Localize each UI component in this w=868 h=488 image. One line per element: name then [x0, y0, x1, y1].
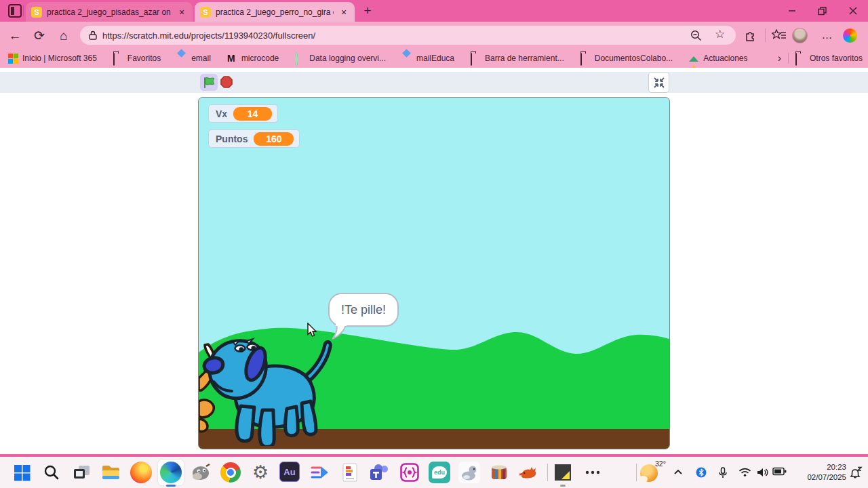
exit-fullscreen-button[interactable]: [649, 73, 669, 92]
monitor-value: 14: [233, 107, 272, 121]
tab-title: practica 2_juego_pisadas_azar on: [47, 7, 172, 17]
dark-yellow-corner-app-icon[interactable]: [552, 462, 574, 483]
adobe-audition-icon[interactable]: Au: [279, 462, 300, 482]
hedgehog-app-icon[interactable]: [518, 462, 540, 483]
monitor-label: Vx: [216, 108, 227, 119]
refresh-icon[interactable]: ⟳: [30, 27, 49, 45]
teams-icon[interactable]: [369, 462, 391, 483]
copilot-icon[interactable]: [843, 28, 857, 43]
microphone-icon[interactable]: [717, 467, 728, 479]
clock-time: 20:23: [807, 462, 846, 472]
search-icon[interactable]: [41, 462, 62, 483]
notification-bell-icon[interactable]: [850, 466, 863, 479]
edge-running-indicator: [166, 485, 176, 487]
battery-icon[interactable]: [772, 467, 787, 476]
divider: [547, 464, 548, 481]
document-app-icon[interactable]: [339, 462, 361, 483]
divider: [788, 53, 789, 64]
volume-icon[interactable]: [757, 467, 769, 478]
taskbar-clock[interactable]: 20:23 02/07/2025: [807, 462, 846, 483]
divider: [765, 28, 766, 42]
file-explorer-icon[interactable]: [100, 462, 122, 483]
screen: S practica 2_juego_pisadas_azar on × S p…: [0, 0, 868, 488]
lock-icon: [89, 30, 97, 40]
tab-title: practica 2_juego_perro_no_gira o: [216, 7, 334, 17]
bookmark-item[interactable]: Inicio | Microsoft 365: [8, 54, 97, 64]
bluetooth-icon[interactable]: [696, 467, 707, 478]
bookmark-item[interactable]: Data logging overvi...: [295, 54, 386, 64]
url-text: https://scratch.mit.edu/projects/1193940…: [102, 30, 315, 41]
tray-chevron-up-icon[interactable]: [673, 467, 684, 478]
bookmark-item[interactable]: Barra de herramient...: [471, 54, 564, 64]
speech-text: !Te pille!: [341, 303, 386, 317]
monitor-label: Puntos: [216, 134, 248, 144]
green-flag-button[interactable]: [200, 74, 218, 91]
favorite-star-icon[interactable]: ☆: [715, 27, 725, 41]
scratch-player-header: [0, 72, 868, 93]
browser-titlebar: S practica 2_juego_pisadas_azar on × S p…: [0, 0, 868, 22]
video-editor-icon[interactable]: [309, 462, 331, 483]
bookmark-item[interactable]: DocumentosColabo...: [580, 54, 673, 64]
back-icon[interactable]: ←: [5, 27, 24, 45]
favorites-list-icon[interactable]: [772, 29, 787, 41]
tab-inactive[interactable]: S practica 2_juego_pisadas_azar on ×: [26, 2, 193, 22]
divider: [636, 464, 637, 481]
seal-app-icon[interactable]: [458, 462, 480, 483]
bookmark-item[interactable]: Favoritos: [113, 54, 161, 64]
educamadrid-icon[interactable]: edu: [429, 462, 450, 483]
bookmarks-overflow-chevron-icon[interactable]: ›: [778, 52, 781, 64]
folder-icon: [795, 53, 797, 66]
bookmarks-bar: Inicio | Microsoft 365 Favoritos email M…: [0, 49, 868, 68]
speech-bubble-tail: [332, 324, 350, 340]
stop-octagon-icon: [220, 76, 233, 88]
clock-date: 02/07/2025: [807, 472, 846, 483]
restore-button[interactable]: [807, 0, 837, 22]
profile-avatar[interactable]: [792, 28, 808, 43]
settings-more-icon[interactable]: …: [819, 27, 835, 45]
task-view-icon[interactable]: [71, 462, 92, 483]
close-tab-icon[interactable]: ×: [338, 7, 349, 18]
chrome-icon[interactable]: [220, 462, 241, 483]
drum-app-icon[interactable]: [488, 462, 510, 483]
edu-bubble: edu: [432, 466, 447, 479]
home-icon[interactable]: ⌂: [54, 27, 73, 45]
scratch-favicon-icon: S: [200, 7, 211, 18]
braces-app-icon[interactable]: [399, 462, 420, 483]
bookmark-item[interactable]: mailEduca: [402, 54, 454, 64]
variable-monitor-puntos[interactable]: Puntos 160: [208, 129, 300, 148]
new-tab-button[interactable]: +: [359, 3, 376, 19]
close-button[interactable]: [838, 0, 868, 22]
letter-m-icon: M: [227, 54, 237, 64]
bookmark-item[interactable]: Actuaciones: [689, 54, 747, 64]
extensions-puzzle-icon[interactable]: [745, 29, 757, 42]
tab-actions-icon[interactable]: [8, 4, 22, 18]
firefox-icon[interactable]: [130, 462, 152, 483]
speech-bubble: !Te pille!: [328, 293, 399, 327]
bookmark-item[interactable]: email: [177, 54, 211, 64]
app-running-indicator: [560, 485, 566, 487]
folder-icon: [113, 53, 115, 66]
stop-button[interactable]: [220, 76, 233, 88]
zoom-out-icon[interactable]: [690, 30, 702, 41]
minimize-button[interactable]: [777, 0, 807, 22]
folder-icon: [471, 53, 472, 66]
divider: [23, 5, 24, 16]
green-flag-icon: [203, 77, 215, 89]
other-favorites-button[interactable]: Otros favoritos: [795, 54, 863, 64]
close-tab-icon[interactable]: ×: [176, 7, 187, 18]
variable-monitor-vx[interactable]: Vx 14: [208, 104, 278, 123]
taskbar-overflow-icon[interactable]: [582, 462, 604, 483]
tab-active[interactable]: S practica 2_juego_perro_no_gira o ×: [195, 2, 355, 22]
dog-sprite[interactable]: [201, 334, 337, 446]
mouse-cursor: [307, 323, 318, 338]
gimp-icon[interactable]: [190, 462, 212, 483]
edge-browser-icon[interactable]: [160, 462, 182, 483]
start-button[interactable]: [11, 462, 33, 483]
wifi-icon[interactable]: [738, 467, 751, 477]
monitor-value: 160: [254, 132, 294, 146]
scratch-stage[interactable]: Vx 14 Puntos 160: [198, 97, 670, 449]
bookmark-item[interactable]: M microcode: [227, 54, 279, 64]
taskbar: ⚙ Au edu: [0, 457, 868, 488]
address-bar[interactable]: https://scratch.mit.edu/projects/1193940…: [80, 26, 736, 45]
settings-gear-icon[interactable]: ⚙: [250, 462, 271, 483]
